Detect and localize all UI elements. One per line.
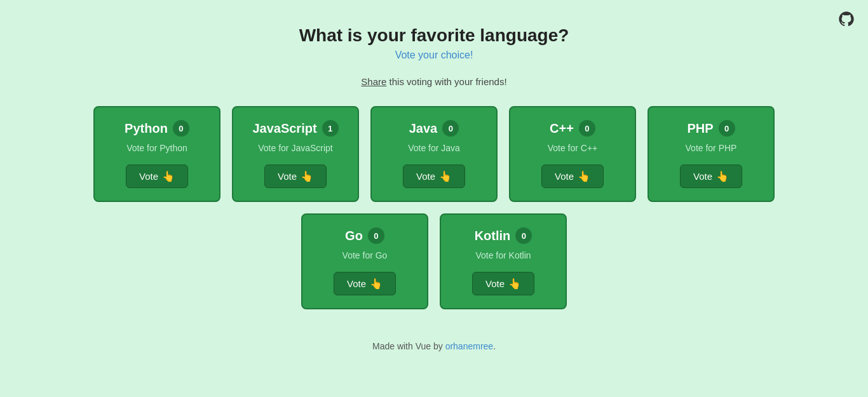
card-count: 0 — [719, 120, 735, 137]
vote-emoji: 👆 — [162, 170, 175, 182]
language-card-python: Python 0 Vote for Python Vote 👆 — [93, 106, 220, 202]
card-count: 0 — [442, 120, 459, 137]
vote-button[interactable]: Vote 👆 — [403, 165, 465, 188]
card-title-row: Kotlin 0 — [475, 227, 532, 244]
vote-label: Vote — [139, 171, 158, 182]
subtitle-highlight: choice — [441, 50, 470, 60]
vote-button[interactable]: Vote 👆 — [264, 165, 327, 188]
language-card-cpp: C++ 0 Vote for C++ Vote 👆 — [509, 106, 636, 202]
card-title-row: PHP 0 — [687, 120, 735, 137]
language-card-java: Java 0 Vote for Java Vote 👆 — [370, 106, 498, 202]
language-card-kotlin: Kotlin 0 Vote for Kotlin Vote 👆 — [440, 213, 567, 309]
card-subtitle: Vote for Java — [408, 143, 460, 153]
vote-emoji: 👆 — [716, 170, 729, 182]
vote-label: Vote — [555, 171, 574, 182]
language-card-javascript: JavaScript 1 Vote for JavaScript Vote 👆 — [232, 106, 359, 202]
vote-emoji: 👆 — [370, 278, 383, 290]
language-cards-row2: Go 0 Vote for Go Vote 👆 Kotlin 0 Vote fo… — [0, 213, 868, 309]
language-card-go: Go 0 Vote for Go Vote 👆 — [301, 213, 428, 309]
vote-emoji: 👆 — [578, 170, 590, 182]
vote-button[interactable]: Vote 👆 — [472, 272, 534, 295]
subtitle-text: Vote your — [395, 50, 441, 60]
card-title-row: Python 0 — [125, 120, 189, 137]
page-header: What is your favorite language? Vote you… — [0, 0, 868, 61]
vote-emoji: 👆 — [301, 170, 313, 182]
card-subtitle: Vote for C++ — [548, 143, 598, 153]
share-link[interactable]: Share — [361, 76, 386, 87]
page-title: What is your favorite language? — [0, 25, 868, 46]
card-name: C++ — [550, 121, 574, 136]
card-title-row: Java 0 — [409, 120, 459, 137]
card-subtitle: Vote for PHP — [686, 143, 737, 153]
language-cards-row1: Python 0 Vote for Python Vote 👆 JavaScri… — [0, 106, 868, 202]
vote-label: Vote — [416, 171, 435, 182]
vote-button[interactable]: Vote 👆 — [541, 165, 604, 188]
card-subtitle: Vote for Kotlin — [475, 250, 531, 260]
footer-end: . — [493, 341, 496, 351]
vote-button[interactable]: Vote 👆 — [126, 165, 188, 188]
card-count: 0 — [579, 120, 595, 137]
github-icon[interactable] — [837, 10, 855, 32]
vote-emoji: 👆 — [508, 278, 521, 290]
vote-emoji: 👆 — [439, 170, 452, 182]
card-name: Java — [409, 121, 438, 136]
card-title-row: JavaScript 1 — [252, 120, 338, 137]
vote-button[interactable]: Vote 👆 — [680, 165, 742, 188]
card-name: Python — [125, 121, 168, 136]
share-rest-text: this voting with your friends! — [386, 76, 506, 87]
card-count: 0 — [173, 120, 189, 137]
page-subtitle: Vote your choice! — [0, 50, 868, 61]
language-card-php: PHP 0 Vote for PHP Vote 👆 — [648, 106, 775, 202]
card-name: JavaScript — [252, 121, 316, 136]
card-subtitle: Vote for JavaScript — [258, 143, 333, 153]
card-name: Kotlin — [475, 229, 511, 243]
vote-label: Vote — [347, 278, 366, 289]
card-title-row: C++ 0 — [550, 120, 595, 137]
share-section: Share this voting with your friends! — [0, 76, 868, 87]
card-name: PHP — [687, 121, 713, 136]
card-title-row: Go 0 — [345, 227, 384, 244]
card-count: 0 — [515, 227, 532, 244]
subtitle-end: ! — [470, 50, 473, 60]
card-count: 1 — [322, 120, 339, 137]
vote-button[interactable]: Vote 👆 — [334, 272, 396, 295]
vote-label: Vote — [278, 171, 297, 182]
vote-label: Vote — [485, 278, 505, 289]
footer-author-link[interactable]: orhanemree — [445, 341, 494, 351]
card-subtitle: Vote for Go — [342, 250, 388, 260]
card-name: Go — [345, 229, 363, 243]
footer: Made with Vue by orhanemree. — [0, 341, 868, 364]
card-count: 0 — [368, 227, 384, 244]
footer-text: Made with Vue by — [372, 341, 445, 351]
card-subtitle: Vote for Python — [126, 143, 187, 153]
vote-label: Vote — [693, 171, 712, 182]
